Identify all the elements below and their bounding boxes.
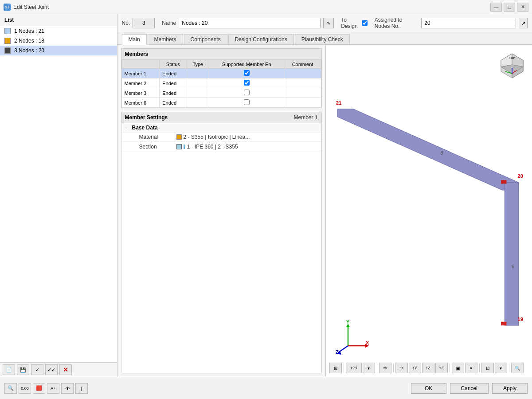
supported-checkbox-3[interactable] [244, 99, 250, 105]
cell-supported[interactable] [209, 88, 284, 98]
bottom-func-button[interactable]: ∫ [75, 383, 88, 394]
cell-comment [284, 88, 321, 98]
cell-status: Ended [160, 69, 187, 78]
assigned-picker-button[interactable]: ↗ [519, 18, 528, 28]
edit-name-button[interactable]: ✎ [323, 18, 334, 28]
bottom-view-button[interactable]: 👁 [61, 383, 74, 394]
no-input[interactable] [133, 18, 155, 28]
close-button[interactable]: ✕ [517, 3, 528, 12]
tab-members[interactable]: Members [148, 34, 183, 44]
supported-checkbox-1[interactable] [244, 80, 250, 86]
cell-comment [284, 78, 321, 88]
window-title: Edit Steel Joint [13, 4, 49, 10]
bottom-value-button[interactable]: 0.00 [19, 383, 31, 394]
list-item-label-3: 3 Nodes : 20 [14, 47, 44, 54]
svg-text:X: X [366, 340, 369, 345]
table-row[interactable]: Member 6 Ended [121, 98, 321, 108]
bottom-search-button[interactable]: 🔍 [4, 383, 17, 394]
vp-view-button[interactable]: ▣ [452, 363, 464, 373]
section-color-swatch [176, 144, 182, 149]
name-input[interactable] [179, 18, 321, 28]
table-row[interactable]: Member 1 Ended [121, 69, 321, 78]
material-value: 2 - S355 | Isotropic | Linea... [176, 134, 250, 140]
check-all-button[interactable]: ✓✓ [45, 364, 58, 375]
cell-supported[interactable] [209, 69, 284, 78]
check-button[interactable]: ✓ [31, 364, 43, 375]
vp-xy-button[interactable]: ↕X [395, 363, 408, 373]
table-row[interactable]: Member 3 Ended [121, 88, 321, 98]
bottom-color-button[interactable]: 🟥 [33, 383, 45, 394]
bottom-left-toolbar: 🔍 0.00 🟥 A+ 👁 ∫ [4, 383, 88, 394]
assigned-input[interactable] [421, 18, 516, 28]
vp-display-button[interactable]: 👁 [379, 363, 391, 373]
list-item-label-1: 1 Nodes : 21 [14, 28, 44, 34]
to-design-label: To Design [341, 17, 359, 29]
vp-view-dropdown[interactable]: ▾ [465, 363, 477, 373]
minimize-button[interactable]: — [490, 3, 502, 12]
vp-render-button[interactable]: ⊞ [329, 363, 342, 373]
name-field-group: Name ✎ [162, 18, 334, 28]
col-header-status: Status [160, 60, 187, 69]
delete-button[interactable]: ✕ [59, 364, 72, 375]
tab-plausibility-check[interactable]: Plausibility Check [295, 34, 350, 44]
col-header-supported: Supported Member En [209, 60, 284, 69]
section-text: 1 - IPE 360 | 2 - S355 [187, 144, 238, 150]
vp-render2-button[interactable]: ⊡ [481, 363, 494, 373]
vp-render2-dropdown[interactable]: ▾ [495, 363, 507, 373]
node-8-label: 8 [440, 150, 443, 156]
assigned-group: Assigned to Nodes No. ↗ [375, 17, 528, 29]
members-section: Members Status Type Supported Member En [121, 48, 322, 108]
svg-marker-10 [502, 182, 518, 325]
tab-main[interactable]: Main [122, 34, 147, 45]
cell-type [187, 98, 209, 108]
base-data-row[interactable]: − Base Data [121, 123, 321, 133]
cancel-button[interactable]: Cancel [450, 383, 489, 394]
assigned-label: Assigned to Nodes No. [375, 17, 419, 29]
node-20-label: 20 [517, 173, 523, 179]
ok-button[interactable]: OK [411, 383, 446, 394]
i-beam-icon: I [184, 143, 185, 150]
vp-plus-z-button[interactable]: +Z [435, 363, 448, 373]
new-joint-button[interactable]: 📄 [3, 364, 15, 375]
list-item-1[interactable]: 1 Nodes : 21 [0, 26, 117, 36]
to-design-checkbox[interactable] [362, 20, 368, 27]
vp-zoom-button[interactable]: 🔍 [511, 363, 524, 373]
member-settings-header: Member Settings Member 1 [121, 112, 321, 123]
cell-status: Ended [160, 98, 187, 108]
vp-numbering-button[interactable]: 123 [346, 363, 362, 373]
section-row: Section I 1 - IPE 360 | 2 - S355 [121, 142, 321, 152]
table-row[interactable]: Member 2 Ended [121, 78, 321, 88]
member-settings-active: Member 1 [294, 114, 318, 121]
tab-design-configurations[interactable]: Design Configurations [228, 34, 294, 44]
svg-text:Y: Y [346, 319, 350, 325]
viewport-toolbar: ⊞ 123 ▾ 👁 ↕X ↕Y ↕Z +Z ▣ ▾ [329, 363, 528, 373]
list-color-swatch-1 [4, 28, 11, 34]
bottom-annot-button[interactable]: A+ [47, 383, 59, 394]
member-settings-box: Member Settings Member 1 − Base Data Mat… [121, 112, 322, 373]
nav-cube[interactable]: TOP [497, 49, 528, 80]
save-button[interactable]: 💾 [17, 364, 29, 375]
supported-checkbox-2[interactable] [244, 90, 250, 95]
tab-components[interactable]: Components [184, 34, 227, 44]
cell-status: Ended [160, 78, 187, 88]
maximize-button[interactable]: □ [504, 3, 515, 12]
cell-supported[interactable] [209, 98, 284, 108]
list-item-3[interactable]: 3 Nodes : 20 [0, 46, 117, 55]
svg-rect-12 [501, 322, 506, 325]
apply-button[interactable]: Apply [492, 383, 528, 394]
list-color-swatch-2 [4, 38, 11, 44]
to-design-group: To Design [341, 17, 367, 29]
cell-comment [284, 69, 321, 78]
vp-yz-button[interactable]: ↕Z [422, 363, 434, 373]
vp-numbering-dropdown[interactable]: ▾ [363, 363, 375, 373]
section-value: I 1 - IPE 360 | 2 - S355 [176, 143, 238, 150]
3d-viewport: TOP 21 [326, 45, 532, 377]
svg-rect-11 [501, 180, 506, 184]
svg-text:Z: Z [336, 349, 339, 355]
list-item-2[interactable]: 2 Nodes : 18 [0, 36, 117, 46]
members-table: Status Type Supported Member En Comment … [121, 60, 321, 108]
cell-supported[interactable] [209, 78, 284, 88]
expand-icon[interactable]: − [125, 125, 130, 130]
supported-checkbox-0[interactable] [244, 70, 250, 76]
vp-xz-button[interactable]: ↕Y [409, 363, 421, 373]
